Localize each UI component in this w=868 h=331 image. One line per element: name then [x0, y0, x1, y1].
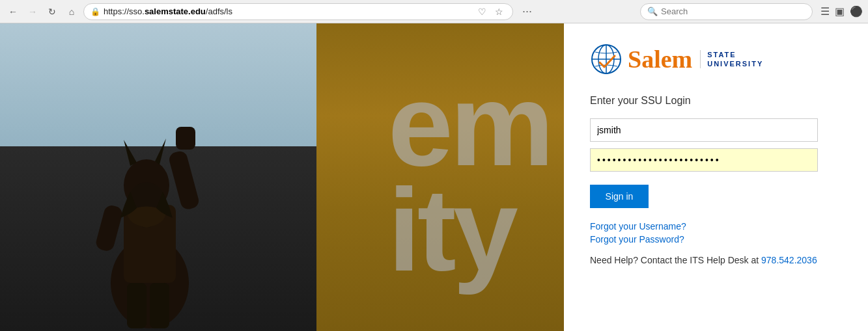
reading-list-icon[interactable]: ☰	[820, 5, 830, 18]
svg-rect-8	[94, 204, 124, 252]
reload-button[interactable]: ↻	[44, 4, 60, 20]
logo-state-line2: UNIVERSITY	[707, 59, 763, 68]
logo-state-university: STATE UNIVERSITY	[700, 50, 763, 69]
username-input[interactable]	[590, 118, 818, 142]
statue-figure	[39, 36, 287, 331]
security-icon: 🔒	[91, 7, 100, 16]
more-options-icon[interactable]: ···	[520, 3, 535, 20]
login-panel: Salem STATE UNIVERSITY Enter your SSU Lo…	[564, 23, 868, 331]
logo-salem-text: Salem	[628, 47, 692, 72]
star-icon[interactable]: ☆	[492, 5, 506, 18]
search-input[interactable]	[661, 7, 805, 16]
url-text: https://sso.salemstate.edu/adfs/ls	[104, 7, 472, 16]
image-panel: emity	[0, 23, 564, 331]
sign-in-button[interactable]: Sign in	[590, 185, 649, 208]
bookmark-icon[interactable]: ♡	[475, 5, 489, 18]
forgot-username-link[interactable]: Forgot your Username?	[590, 221, 842, 232]
svg-rect-9	[127, 283, 147, 328]
home-button[interactable]: ⌂	[64, 4, 79, 20]
forgot-password-link[interactable]: Forgot your Password?	[590, 234, 842, 245]
svg-marker-4	[155, 139, 166, 165]
back-button[interactable]: ←	[5, 4, 21, 20]
login-title: Enter your SSU Login	[590, 95, 842, 107]
profile-icon[interactable]: ⚫	[850, 5, 863, 18]
svg-marker-3	[124, 140, 137, 166]
help-text-label: Need Help? Contact the ITS Help Desk at	[590, 255, 761, 265]
forward-button[interactable]: →	[25, 4, 40, 20]
logo-globe-icon	[590, 43, 623, 75]
main-content: emity	[0, 23, 868, 331]
svg-rect-7	[176, 127, 195, 150]
logo-area: Salem STATE UNIVERSITY	[590, 43, 842, 75]
logo-state-line1: STATE	[707, 50, 763, 59]
address-bar[interactable]: 🔒 https://sso.salemstate.edu/adfs/ls ♡ ☆	[83, 3, 513, 20]
password-input[interactable]	[590, 148, 818, 172]
tab-manager-icon[interactable]: ▣	[835, 5, 845, 18]
svg-rect-6	[167, 150, 200, 211]
help-phone-link[interactable]: 978.542.2036	[761, 255, 817, 265]
background-letters: emity	[388, 72, 551, 283]
browser-chrome: ← → ↻ ⌂ 🔒 https://sso.salemstate.edu/adf…	[0, 0, 868, 23]
help-links: Forgot your Username? Forgot your Passwo…	[590, 221, 842, 245]
svg-rect-10	[150, 283, 169, 328]
search-icon: 🔍	[647, 7, 658, 16]
search-bar[interactable]: 🔍	[640, 3, 813, 20]
browser-right-icons: ☰ ▣ ⚫	[820, 5, 863, 18]
help-text-container: Need Help? Contact the ITS Help Desk at …	[590, 255, 842, 265]
